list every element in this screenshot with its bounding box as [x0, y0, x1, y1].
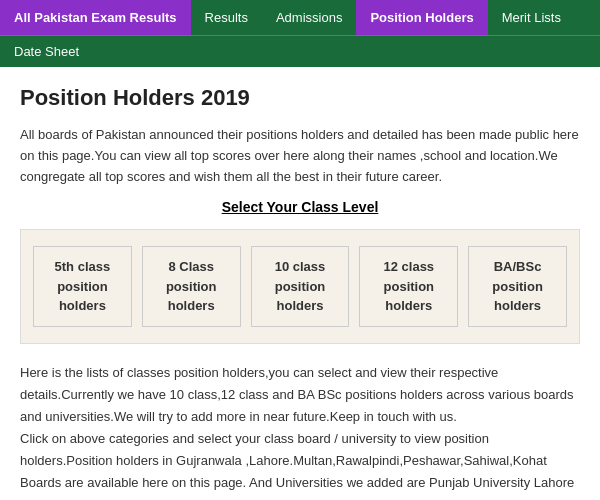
class-card-0[interactable]: 5th class position holders [33, 246, 132, 327]
cards-row: 5th class position holders8 Class positi… [33, 246, 567, 327]
main-content: Position Holders 2019 All boards of Paki… [0, 67, 600, 500]
page-title: Position Holders 2019 [20, 85, 580, 111]
class-card-3[interactable]: 12 class position holders [359, 246, 458, 327]
nav-position-holders[interactable]: Position Holders [356, 0, 487, 35]
cards-wrapper: 5th class position holders8 Class positi… [20, 229, 580, 344]
bottom-paragraph-0: Here is the lists of classes position ho… [20, 362, 580, 428]
select-class-label: Select Your Class Level [20, 199, 580, 215]
nav-date-sheet[interactable]: Date Sheet [0, 36, 93, 67]
class-card-2[interactable]: 10 class position holders [251, 246, 350, 327]
second-navigation: Date Sheet [0, 35, 600, 67]
class-card-4[interactable]: BA/BSc position holders [468, 246, 567, 327]
top-navigation: All Pakistan Exam Results Results Admiss… [0, 0, 600, 35]
bottom-paragraph-1: Click on above categories and select you… [20, 428, 580, 500]
nav-results[interactable]: Results [191, 0, 262, 35]
nav-merit-lists[interactable]: Merit Lists [488, 0, 575, 35]
bottom-text: Here is the lists of classes position ho… [20, 362, 580, 500]
nav-admissions[interactable]: Admissions [262, 0, 356, 35]
class-card-1[interactable]: 8 Class position holders [142, 246, 241, 327]
page-description: All boards of Pakistan announced their p… [20, 125, 580, 187]
nav-brand[interactable]: All Pakistan Exam Results [0, 0, 191, 35]
